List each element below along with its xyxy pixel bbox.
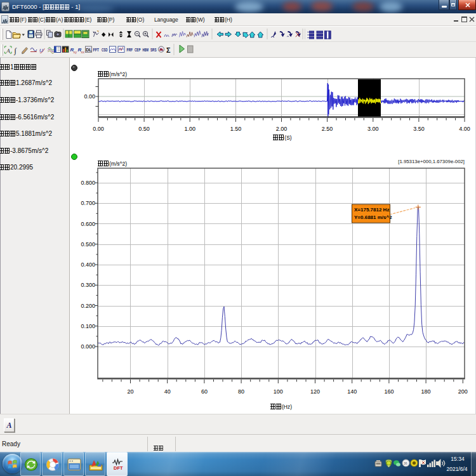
- svg-text:0.100: 0.100: [81, 323, 95, 329]
- svg-text:CSD: CSD: [102, 48, 108, 52]
- svg-text:Σ: Σ: [166, 46, 171, 54]
- svg-text:A: A: [6, 48, 10, 54]
- svg-text:0.50: 0.50: [138, 126, 150, 132]
- svg-text:180: 180: [421, 388, 431, 395]
- svg-text:0.800: 0.800: [81, 180, 95, 186]
- svg-text:140: 140: [347, 388, 357, 395]
- svg-text:120: 120: [310, 388, 320, 395]
- svg-text:2.50: 2.50: [322, 126, 333, 132]
- svg-text:4.00: 4.00: [459, 126, 470, 132]
- svg-text:∫: ∫: [14, 46, 17, 55]
- svg-text:0.00: 0.00: [84, 93, 95, 100]
- svg-text:0.00: 0.00: [93, 126, 104, 132]
- svg-text:0.600: 0.600: [81, 221, 95, 227]
- svg-text:[1.95313e+000,1.67309e-002]: [1.95313e+000,1.67309e-002]: [398, 159, 465, 164]
- svg-text:0.000: 0.000: [81, 343, 95, 350]
- svg-text:3.50: 3.50: [413, 126, 425, 132]
- svg-text:Y=0.6881 m/s^2: Y=0.6881 m/s^2: [354, 215, 392, 220]
- svg-text:100: 100: [274, 388, 283, 395]
- svg-text:xy: xy: [74, 50, 77, 54]
- svg-text:FFT: FFT: [93, 48, 100, 52]
- svg-text:X=175.7812 Hz: X=175.7812 Hz: [354, 207, 389, 213]
- svg-text:SRS: SRS: [150, 48, 157, 52]
- svg-text:0.400: 0.400: [81, 261, 95, 268]
- svg-text:DL: DL: [86, 48, 92, 52]
- svg-text:20: 20: [127, 388, 133, 395]
- svg-text:200: 200: [458, 388, 468, 395]
- svg-text:FRF: FRF: [127, 48, 133, 52]
- svg-text:160: 160: [384, 388, 393, 395]
- svg-text:DFT: DFT: [114, 465, 123, 471]
- svg-text:3.00: 3.00: [367, 126, 379, 132]
- svg-text:80: 80: [238, 388, 244, 395]
- svg-text:HBM: HBM: [143, 48, 149, 52]
- svg-text:0.700: 0.700: [81, 200, 95, 206]
- svg-text:xx: xx: [81, 50, 85, 54]
- svg-text:U: U: [39, 48, 43, 53]
- svg-text:0.200: 0.200: [81, 303, 95, 309]
- svg-text:1.00: 1.00: [184, 126, 195, 132]
- svg-text:2.00: 2.00: [276, 126, 288, 132]
- svg-text:60: 60: [201, 388, 208, 395]
- svg-text:0.500: 0.500: [81, 241, 95, 248]
- svg-text:40: 40: [164, 388, 171, 395]
- svg-text:CEP: CEP: [135, 48, 141, 52]
- svg-text:1.50: 1.50: [230, 126, 242, 132]
- svg-text:0.300: 0.300: [81, 282, 95, 288]
- svg-text:36: 36: [404, 461, 407, 465]
